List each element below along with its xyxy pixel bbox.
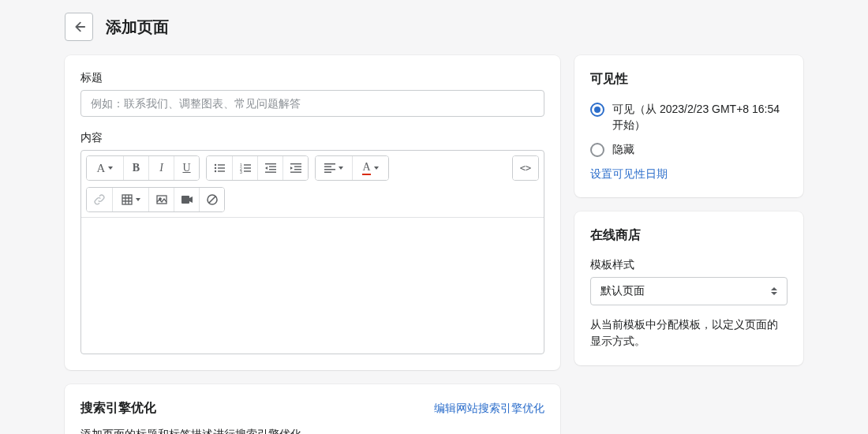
title-input[interactable] — [80, 90, 544, 117]
svg-point-0 — [215, 164, 216, 166]
image-icon — [156, 194, 167, 205]
svg-rect-19 — [290, 172, 301, 173]
arrow-left-icon — [72, 20, 86, 34]
svg-point-2 — [215, 170, 216, 172]
svg-point-1 — [215, 167, 216, 169]
svg-rect-24 — [122, 195, 132, 204]
svg-rect-15 — [265, 172, 276, 173]
visibility-visible-option[interactable]: 可见（从 2023/2/23 GMT+8 16:54 开始） — [590, 102, 788, 133]
svg-rect-14 — [269, 169, 276, 170]
svg-rect-22 — [324, 169, 335, 170]
template-label: 模板样式 — [590, 258, 788, 272]
clear-format-button[interactable] — [199, 188, 224, 211]
table-dropdown[interactable] — [112, 188, 148, 211]
set-visibility-date-link[interactable]: 设置可见性日期 — [590, 167, 788, 181]
online-store-card: 在线商店 模板样式 默认页面 从当前模板中分配模板，以定义页面的显示方式。 — [574, 211, 803, 365]
no-entry-icon — [207, 194, 218, 205]
svg-rect-16 — [290, 163, 301, 164]
back-button[interactable] — [65, 13, 93, 41]
svg-line-33 — [209, 196, 215, 203]
visibility-hidden-option[interactable]: 隐藏 — [590, 142, 788, 158]
content-card: 标题 内容 A B I U — [65, 55, 560, 370]
visibility-title: 可见性 — [590, 71, 788, 88]
heading-dropdown[interactable]: A — [87, 156, 123, 180]
select-chevron-icon — [771, 287, 777, 295]
numbered-list-icon: 123 — [240, 163, 251, 174]
template-select[interactable]: 默认页面 — [590, 277, 788, 305]
svg-rect-11 — [244, 170, 251, 171]
table-icon — [122, 194, 133, 205]
seo-title: 搜索引擎优化 — [80, 400, 156, 417]
svg-rect-13 — [269, 166, 276, 167]
svg-rect-5 — [218, 170, 225, 171]
video-button[interactable] — [174, 188, 199, 211]
visibility-card: 可见性 可见（从 2023/2/23 GMT+8 16:54 开始） 隐藏 设置… — [574, 55, 803, 197]
svg-rect-23 — [324, 172, 331, 174]
code-view-button[interactable]: <> — [513, 156, 538, 180]
svg-rect-17 — [294, 166, 301, 167]
outdent-icon — [265, 163, 276, 174]
title-label: 标题 — [80, 71, 544, 85]
align-left-icon — [324, 163, 335, 173]
svg-rect-31 — [181, 196, 189, 204]
video-icon — [181, 195, 193, 204]
link-icon — [94, 194, 105, 205]
align-dropdown[interactable] — [316, 156, 352, 180]
underline-button[interactable]: U — [174, 156, 199, 180]
edit-seo-link[interactable]: 编辑网站搜索引擎优化 — [434, 402, 544, 416]
svg-rect-3 — [218, 164, 225, 165]
svg-rect-21 — [324, 166, 331, 168]
seo-card: 搜索引擎优化 编辑网站搜索引擎优化 添加页面的标题和标签描述进行搜索引擎优化。 — [65, 384, 560, 434]
seo-description: 添加页面的标题和标签描述进行搜索引擎优化。 — [80, 428, 544, 434]
indent-button[interactable] — [282, 156, 308, 180]
content-label: 内容 — [80, 131, 544, 145]
image-button[interactable] — [148, 188, 174, 211]
bullet-list-button[interactable] — [207, 156, 232, 180]
editor-textarea[interactable] — [81, 218, 544, 354]
radio-unchecked-icon — [590, 143, 604, 157]
template-selected-value: 默认页面 — [600, 284, 645, 298]
radio-checked-icon — [590, 103, 604, 117]
hidden-label: 隐藏 — [612, 142, 634, 158]
outdent-button[interactable] — [257, 156, 282, 180]
svg-rect-18 — [294, 169, 301, 170]
svg-rect-12 — [265, 163, 276, 164]
bold-button[interactable]: B — [123, 156, 148, 180]
template-help-text: 从当前模板中分配模板，以定义页面的显示方式。 — [590, 316, 788, 350]
page-title: 添加页面 — [106, 17, 169, 38]
indent-icon — [290, 163, 301, 174]
online-store-title: 在线商店 — [590, 227, 788, 244]
svg-rect-9 — [244, 164, 251, 165]
rich-text-editor: A B I U 123 — [80, 150, 544, 354]
svg-text:3: 3 — [240, 170, 242, 174]
svg-rect-4 — [218, 167, 225, 168]
italic-button[interactable]: I — [148, 156, 174, 180]
svg-rect-20 — [324, 163, 335, 165]
bullet-list-icon — [214, 163, 225, 174]
link-button[interactable] — [87, 188, 112, 211]
svg-rect-10 — [244, 167, 251, 168]
visible-label: 可见（从 2023/2/23 GMT+8 16:54 开始） — [612, 102, 788, 133]
numbered-list-button[interactable]: 123 — [232, 156, 257, 180]
text-color-dropdown[interactable]: A — [352, 156, 388, 180]
